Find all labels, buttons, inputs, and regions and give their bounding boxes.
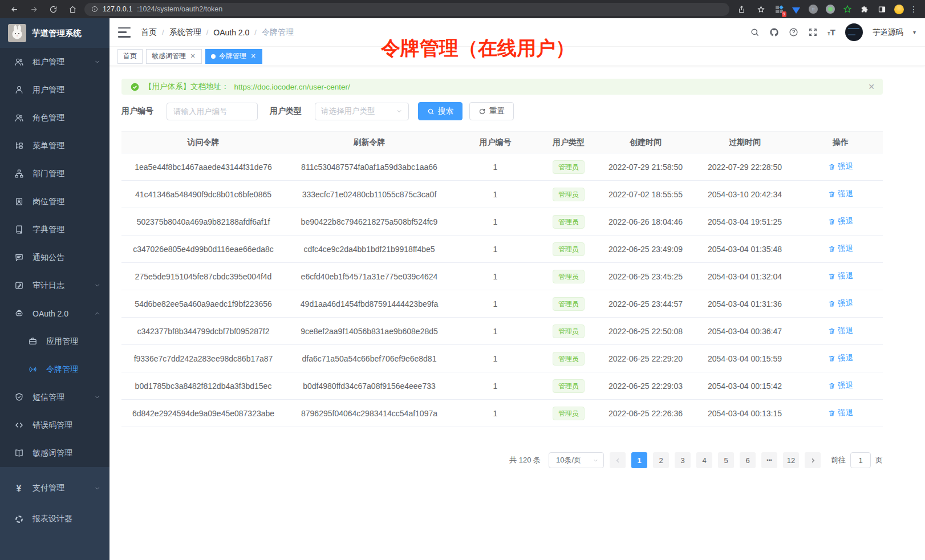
command-circle-icon[interactable]: ⌗ [807,3,819,15]
page-button-6[interactable]: 6 [740,452,756,468]
breadcrumb-system[interactable]: 系统管理 [169,27,201,38]
page-button-3[interactable]: 3 [675,452,691,468]
force-logout-link[interactable]: 强退 [828,326,853,336]
close-icon[interactable]: ✕ [250,52,257,60]
breadcrumb-home[interactable]: 首页 [141,27,157,38]
forward-icon[interactable] [26,2,41,16]
cell-user-id: 1 [453,263,537,290]
page-button-1[interactable]: 1 [631,452,647,468]
green-star-icon[interactable] [841,3,854,15]
sidebar-item-report[interactable]: 报表设计器 [0,504,109,534]
doc-link[interactable]: https://doc.iocoder.cn/user-center/ [234,83,350,91]
alert-close-icon[interactable]: ✕ [868,82,875,91]
address-bar[interactable]: 127.0.0.1:1024/system/oauth2/token [84,3,729,16]
tab-sensitive-words[interactable]: 敏感词管理✕ [146,49,202,64]
force-logout-link[interactable]: 强退 [828,244,853,254]
cell-user-id: 1 [453,372,537,400]
chevron-down-icon [94,394,100,400]
sidebar-item-briefcase[interactable]: 应用管理 [0,327,109,355]
user-avatar[interactable] [845,23,863,41]
sidebar-menu-system: 租户管理用户管理角色管理菜单管理部门管理岗位管理字典管理通知公告审计日志OAut… [0,48,109,467]
code-icon [14,420,24,430]
fullscreen-icon[interactable] [808,27,818,37]
record-circle-icon[interactable] [824,3,837,15]
force-logout-link[interactable]: 强退 [828,216,853,226]
github-icon[interactable] [769,27,779,37]
page-button-5[interactable]: 5 [718,452,734,468]
next-page-button[interactable] [805,452,821,468]
trash-icon [828,409,835,417]
sidebar-item-dict[interactable]: 字典管理 [0,216,109,244]
user-type-select[interactable]: 请选择用户类型 [315,103,409,120]
back-icon[interactable] [7,2,22,16]
share-icon[interactable] [734,2,749,16]
cell-refresh-token: 8796295f04064c2983414cc54af1097a [285,400,453,427]
more-pages-button[interactable]: ••• [761,452,777,468]
search-button[interactable]: 搜索 [418,102,462,120]
column-header: 过期时间 [691,132,798,153]
force-logout-link[interactable]: 强退 [828,161,853,172]
chevron-down-icon [94,485,100,492]
user-id-label: 用户编号 [121,106,153,116]
sidebar-item-menu-tree[interactable]: 菜单管理 [0,132,109,160]
sidebar-item-org[interactable]: 部门管理 [0,160,109,188]
extensions-grid-icon[interactable]: 9 [773,3,785,15]
split-window-icon[interactable] [875,3,888,15]
force-logout-link[interactable]: 强退 [828,271,853,281]
page-button-4[interactable]: 4 [696,452,712,468]
sidebar-item-message[interactable]: 通知公告 [0,244,109,271]
close-icon[interactable]: ✕ [189,52,196,60]
force-logout-link[interactable]: 强退 [828,353,853,363]
font-size-icon[interactable]: тT [827,27,835,37]
page-button-2[interactable]: 2 [653,452,669,468]
search-icon[interactable] [750,27,760,37]
home-icon[interactable] [65,2,80,16]
cell-user-type: 管理员 [537,208,600,236]
kebab-menu-icon[interactable]: ⋮ [910,5,918,14]
goto-page-input[interactable] [850,452,871,468]
sidebar-item-edit[interactable]: 审计日志 [0,271,109,299]
puzzle-icon[interactable] [858,3,871,15]
cell-user-type: 管理员 [537,372,600,400]
username[interactable]: 芋道源码 [873,27,903,38]
sidebar-item-badge[interactable]: 岗位管理 [0,188,109,216]
column-header: 用户类型 [537,132,600,153]
help-icon[interactable] [789,27,798,37]
gem-icon[interactable] [790,3,802,15]
page-size-select[interactable]: 10条/页 [549,452,604,468]
sidebar-item-role[interactable]: 角色管理 [0,104,109,132]
collapse-sidebar-icon[interactable] [118,27,131,38]
sidebar-item-label: 用户管理 [33,85,64,95]
tab-home[interactable]: 首页 [117,49,143,64]
force-logout-link[interactable]: 强退 [828,408,853,418]
page-button-12[interactable]: 12 [783,452,799,468]
reload-icon[interactable] [46,2,60,16]
app-logo[interactable]: 芋道管理系统 [0,18,109,48]
sidebar-item-user[interactable]: 用户管理 [0,76,109,104]
breadcrumb-current: 令牌管理 [262,27,294,38]
force-logout-link[interactable]: 强退 [828,298,853,309]
sidebar-item-yen[interactable]: ¥支付管理 [0,473,109,504]
force-logout-link[interactable]: 强退 [828,189,853,199]
sidebar-item-label: 岗位管理 [33,197,64,207]
sidebar-item-label: 角色管理 [33,113,64,123]
sidebar: 芋道管理系统 租户管理用户管理角色管理菜单管理部门管理岗位管理字典管理通知公告审… [0,18,109,560]
bookmark-star-icon[interactable] [753,2,768,16]
prev-page-button[interactable] [610,452,626,468]
tab-token-management[interactable]: 令牌管理✕ [205,49,262,64]
user-id-input[interactable] [167,103,258,120]
sidebar-item-code[interactable]: 错误码管理 [0,411,109,439]
cell-action: 强退 [798,208,883,236]
sidebar-item-users[interactable]: 租户管理 [0,48,109,76]
cell-access-token: b0d1785bc3a8482f812db4a3f3bd15ec [121,372,285,400]
force-logout-link[interactable]: 强退 [828,380,853,391]
breadcrumb-oauth[interactable]: OAuth 2.0 [213,28,249,37]
caret-down-icon[interactable]: ▾ [913,29,916,35]
sidebar-item-robot[interactable]: OAuth 2.0 [0,299,109,327]
cell-access-token: 275e5de9151045fe87cbdc395e004f4d [121,263,285,290]
reset-button[interactable]: 重置 [469,102,514,120]
sidebar-item-broadcast[interactable]: 令牌管理 [0,355,109,383]
sidebar-item-book[interactable]: 敏感词管理 [0,439,109,467]
sidebar-item-shield[interactable]: 短信管理 [0,383,109,411]
emoji-avatar-icon[interactable] [892,3,905,15]
